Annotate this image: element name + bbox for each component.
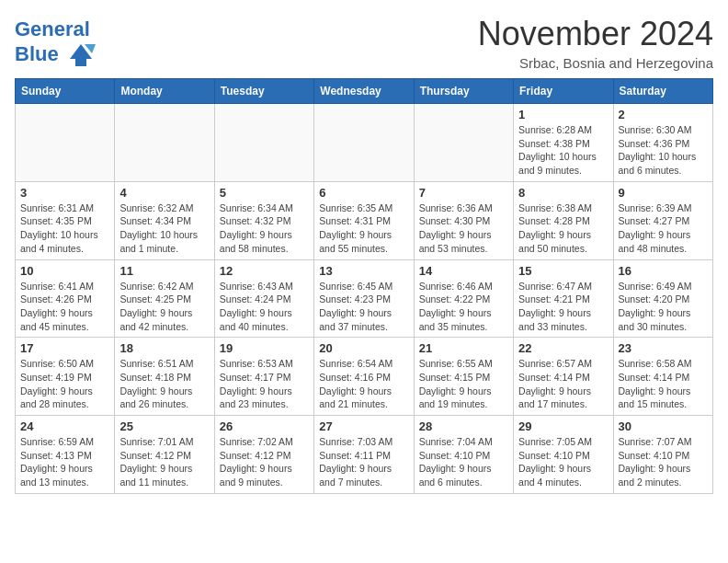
calendar-cell [414,104,513,182]
calendar-cell: 16Sunrise: 6:49 AM Sunset: 4:20 PM Dayli… [613,259,712,338]
location: Srbac, Bosnia and Herzegovina [478,55,713,71]
day-number: 8 [518,186,608,200]
day-number: 5 [220,186,309,200]
calendar-cell: 22Sunrise: 6:57 AM Sunset: 4:14 PM Dayli… [514,338,613,416]
logo-general: General [15,17,90,40]
calendar-cell: 6Sunrise: 6:35 AM Sunset: 4:31 PM Daylig… [314,181,414,259]
day-info: Sunrise: 6:39 AM Sunset: 4:27 PM Dayligh… [619,201,708,256]
day-info: Sunrise: 6:32 AM Sunset: 4:34 PM Dayligh… [119,201,209,256]
calendar: SundayMondayTuesdayWednesdayThursdayFrid… [15,78,713,494]
col-header-friday: Friday [514,79,613,104]
calendar-cell: 18Sunrise: 6:51 AM Sunset: 4:18 PM Dayli… [115,338,214,416]
day-number: 21 [419,341,508,355]
day-info: Sunrise: 6:35 AM Sunset: 4:31 PM Dayligh… [319,201,408,256]
day-number: 26 [220,419,309,433]
day-number: 30 [619,419,708,433]
calendar-cell: 23Sunrise: 6:58 AM Sunset: 4:14 PM Dayli… [613,338,712,416]
day-number: 3 [20,186,109,200]
calendar-cell: 5Sunrise: 6:34 AM Sunset: 4:32 PM Daylig… [214,181,313,259]
calendar-cell: 19Sunrise: 6:53 AM Sunset: 4:17 PM Dayli… [214,338,313,416]
day-info: Sunrise: 6:34 AM Sunset: 4:32 PM Dayligh… [220,201,309,256]
day-info: Sunrise: 6:36 AM Sunset: 4:30 PM Dayligh… [419,201,508,256]
calendar-cell: 24Sunrise: 6:59 AM Sunset: 4:13 PM Dayli… [16,416,115,494]
calendar-cell: 20Sunrise: 6:54 AM Sunset: 4:16 PM Dayli… [314,338,414,416]
day-info: Sunrise: 6:54 AM Sunset: 4:16 PM Dayligh… [319,357,408,411]
day-info: Sunrise: 7:05 AM Sunset: 4:10 PM Dayligh… [518,435,608,489]
day-number: 28 [419,419,508,433]
day-number: 4 [119,186,209,200]
calendar-cell: 2Sunrise: 6:30 AM Sunset: 4:36 PM Daylig… [613,104,712,182]
calendar-week-row: 24Sunrise: 6:59 AM Sunset: 4:13 PM Dayli… [16,416,713,494]
day-number: 17 [20,341,109,355]
day-number: 2 [619,108,708,121]
day-info: Sunrise: 6:42 AM Sunset: 4:25 PM Dayligh… [119,280,209,334]
day-info: Sunrise: 7:07 AM Sunset: 4:10 PM Dayligh… [619,435,708,489]
day-number: 6 [319,186,408,200]
day-info: Sunrise: 6:38 AM Sunset: 4:28 PM Dayligh… [518,201,608,256]
calendar-cell: 25Sunrise: 7:01 AM Sunset: 4:12 PM Dayli… [115,416,214,494]
calendar-cell: 10Sunrise: 6:41 AM Sunset: 4:26 PM Dayli… [16,259,115,338]
calendar-cell [16,104,115,182]
day-info: Sunrise: 7:04 AM Sunset: 4:10 PM Dayligh… [419,435,508,489]
title-block: November 2024 Srbac, Bosnia and Herzegov… [478,15,713,71]
day-number: 13 [319,264,408,278]
day-number: 10 [20,264,109,278]
day-number: 7 [419,186,508,200]
day-info: Sunrise: 6:57 AM Sunset: 4:14 PM Dayligh… [518,357,608,411]
calendar-cell: 9Sunrise: 6:39 AM Sunset: 4:27 PM Daylig… [613,181,712,259]
calendar-cell: 28Sunrise: 7:04 AM Sunset: 4:10 PM Dayli… [414,416,513,494]
calendar-cell: 13Sunrise: 6:45 AM Sunset: 4:23 PM Dayli… [314,259,414,338]
day-number: 22 [518,341,608,355]
calendar-cell: 14Sunrise: 6:46 AM Sunset: 4:22 PM Dayli… [414,259,513,338]
day-number: 12 [220,264,309,278]
day-number: 27 [319,419,408,433]
calendar-week-row: 3Sunrise: 6:31 AM Sunset: 4:35 PM Daylig… [16,181,713,259]
col-header-thursday: Thursday [414,79,513,104]
col-header-tuesday: Tuesday [214,79,313,104]
col-header-monday: Monday [115,79,214,104]
day-info: Sunrise: 6:49 AM Sunset: 4:20 PM Dayligh… [619,280,708,334]
logo: General Blue [15,18,96,70]
calendar-cell: 15Sunrise: 6:47 AM Sunset: 4:21 PM Dayli… [514,259,613,338]
calendar-cell: 17Sunrise: 6:50 AM Sunset: 4:19 PM Dayli… [16,338,115,416]
day-info: Sunrise: 6:43 AM Sunset: 4:24 PM Dayligh… [220,280,309,334]
day-info: Sunrise: 7:02 AM Sunset: 4:12 PM Dayligh… [220,435,309,489]
day-info: Sunrise: 6:41 AM Sunset: 4:26 PM Dayligh… [20,280,109,334]
day-number: 18 [119,341,209,355]
day-number: 19 [220,341,309,355]
day-info: Sunrise: 6:28 AM Sunset: 4:38 PM Dayligh… [518,123,608,178]
calendar-cell: 29Sunrise: 7:05 AM Sunset: 4:10 PM Dayli… [514,416,613,494]
day-info: Sunrise: 6:55 AM Sunset: 4:15 PM Dayligh… [419,357,508,411]
calendar-cell: 21Sunrise: 6:55 AM Sunset: 4:15 PM Dayli… [414,338,513,416]
calendar-week-row: 1Sunrise: 6:28 AM Sunset: 4:38 PM Daylig… [16,104,713,182]
day-number: 23 [619,341,708,355]
day-info: Sunrise: 7:01 AM Sunset: 4:12 PM Dayligh… [119,435,209,489]
logo-icon [66,40,96,70]
day-info: Sunrise: 6:53 AM Sunset: 4:17 PM Dayligh… [220,357,309,411]
day-number: 15 [518,264,608,278]
calendar-cell [115,104,214,182]
calendar-week-row: 10Sunrise: 6:41 AM Sunset: 4:26 PM Dayli… [16,259,713,338]
day-number: 29 [518,419,608,433]
calendar-cell [214,104,313,182]
day-number: 16 [619,264,708,278]
day-info: Sunrise: 7:03 AM Sunset: 4:11 PM Dayligh… [319,435,408,489]
col-header-sunday: Sunday [16,79,115,104]
calendar-week-row: 17Sunrise: 6:50 AM Sunset: 4:19 PM Dayli… [16,338,713,416]
month-title: November 2024 [478,15,713,53]
page-header: General Blue November 2024 Srbac, Bosnia… [15,15,713,71]
day-info: Sunrise: 6:58 AM Sunset: 4:14 PM Dayligh… [619,357,708,411]
logo-blue: Blue [15,42,59,65]
calendar-cell: 8Sunrise: 6:38 AM Sunset: 4:28 PM Daylig… [514,181,613,259]
day-number: 20 [319,341,408,355]
calendar-cell: 26Sunrise: 7:02 AM Sunset: 4:12 PM Dayli… [214,416,313,494]
calendar-header-row: SundayMondayTuesdayWednesdayThursdayFrid… [16,79,713,104]
day-info: Sunrise: 6:47 AM Sunset: 4:21 PM Dayligh… [518,280,608,334]
day-info: Sunrise: 6:51 AM Sunset: 4:18 PM Dayligh… [119,357,209,411]
calendar-cell [314,104,414,182]
calendar-cell: 27Sunrise: 7:03 AM Sunset: 4:11 PM Dayli… [314,416,414,494]
day-number: 14 [419,264,508,278]
day-info: Sunrise: 6:59 AM Sunset: 4:13 PM Dayligh… [20,435,109,489]
calendar-cell: 3Sunrise: 6:31 AM Sunset: 4:35 PM Daylig… [16,181,115,259]
day-info: Sunrise: 6:46 AM Sunset: 4:22 PM Dayligh… [419,280,508,334]
